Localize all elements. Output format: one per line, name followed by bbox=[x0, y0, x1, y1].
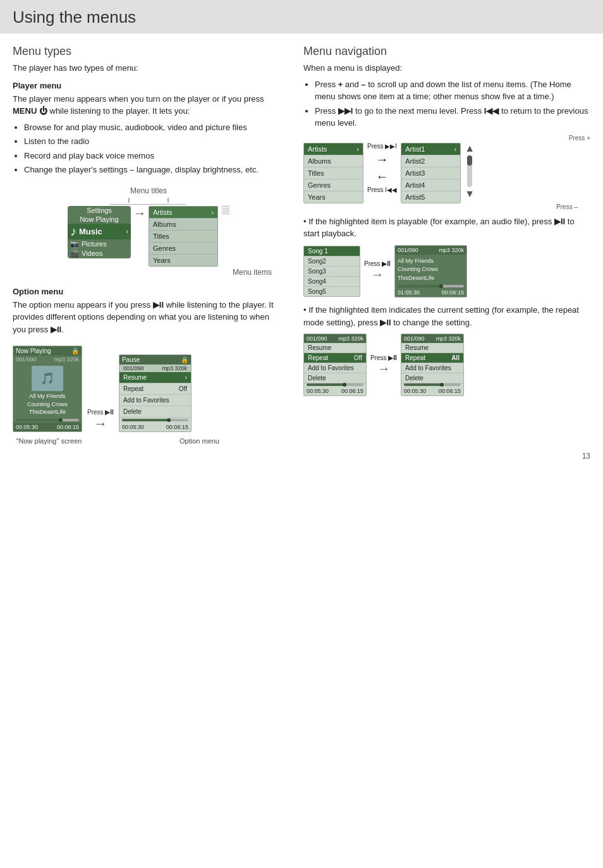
song-1: Song 1 bbox=[304, 246, 360, 256]
page-number: 13 bbox=[0, 445, 603, 467]
now-playing-diagram: Now Playing 🔒 001/090 mp3 320k 🎵 All My … bbox=[13, 346, 82, 432]
nav-left-titles: Titles bbox=[304, 167, 363, 179]
pb-header: 001/090 mp3 320k bbox=[395, 246, 466, 255]
press-play-label: Press ▶II → bbox=[87, 409, 114, 432]
screen-item-nowplaying: Now Playing bbox=[68, 215, 131, 224]
left-column: Menu types The player has two types of m… bbox=[13, 45, 284, 445]
nav-left-genres: Genres bbox=[304, 179, 363, 191]
list-item: Record and play back voice memos bbox=[24, 150, 284, 162]
rep-favorites-after: Add to Favorites bbox=[401, 363, 463, 373]
rep-before-footer: 00:05:30 00:06:15 bbox=[304, 387, 366, 395]
list-item: Listen to the radio bbox=[24, 135, 284, 148]
player-menu-list: Browse for and play music, audiobook, vi… bbox=[24, 121, 284, 176]
now-playing-screen: Now Playing 🔒 001/090 mp3 320k 🎵 All My … bbox=[13, 346, 82, 432]
snp-image-area: 🎵 All My FriendsCounting CrowsThisDesert… bbox=[13, 363, 82, 419]
nav-left-albums: Albums bbox=[304, 155, 363, 167]
pb-footer: 01:05:30 00:06:15 bbox=[395, 289, 466, 297]
page-title: Using the menus bbox=[13, 8, 590, 27]
song-2: Song2 bbox=[304, 256, 360, 267]
menu-types-intro: The player has two types of menu: bbox=[13, 62, 284, 75]
rep-repeat-before: RepeatOff bbox=[304, 353, 366, 363]
right-column: Menu navigation When a menu is displayed… bbox=[303, 45, 590, 445]
screen-item-settings: Settings bbox=[68, 206, 131, 215]
songs-screen: Song 1 Song2 Song3 Song4 Song5 bbox=[303, 246, 360, 297]
opt-footer: 00:05:30 00:06:15 bbox=[119, 423, 191, 431]
nav-item-1: Press + and – to scroll up and down the … bbox=[315, 78, 590, 103]
bracket-lines bbox=[222, 206, 229, 214]
content-area: Menu types The player has two types of m… bbox=[0, 45, 603, 445]
press-play-btn: Press ▶II → bbox=[364, 260, 391, 282]
press-minus-label: Press – bbox=[303, 203, 578, 210]
nav-left-screen: Artists› Albums Titles Genres Years bbox=[303, 143, 363, 203]
option-menu-label: Option menu bbox=[114, 436, 284, 445]
option-screen: Pause 🔒 001/090 mp3 320k Resume› RepeatO… bbox=[119, 354, 192, 432]
nav-right-artist5: Artist5 bbox=[401, 191, 460, 203]
nav-right-artist2: Artist2 bbox=[401, 155, 460, 167]
rep-after-footer: 00:05:30 00:06:15 bbox=[401, 387, 463, 395]
forward-arrow: → bbox=[376, 152, 389, 167]
list-item: Browse for and play music, audiobook, vi… bbox=[24, 121, 284, 134]
setting-note: • If the highlighted item indicates the … bbox=[303, 304, 590, 329]
menu-item-artists: Artists› bbox=[149, 207, 217, 219]
opt-item-resume: Resume› bbox=[119, 372, 191, 383]
press-back-label: Press I◀◀ bbox=[367, 186, 397, 193]
option-diagram: Now Playing 🔒 001/090 mp3 320k 🎵 All My … bbox=[13, 346, 284, 432]
rep-before-progress bbox=[307, 383, 363, 386]
rep-delete-before: Delete bbox=[304, 373, 366, 383]
opt-item-repeat: RepeatOff bbox=[119, 383, 191, 395]
player-screen: Settings Now Playing ♪ Music › 📷Pictures… bbox=[68, 206, 131, 258]
rep-resume-after: Resume bbox=[401, 343, 463, 353]
screen-item-pictures: 📷Pictures bbox=[68, 239, 131, 249]
menu-item-titles: Titles bbox=[149, 231, 217, 243]
snp-songs: All My FriendsCounting CrowsThisDesertLi… bbox=[27, 392, 68, 416]
song-4: Song4 bbox=[304, 277, 360, 287]
nav-right-artist3: Artist3 bbox=[401, 167, 460, 179]
snp-track-row: 001/090 mp3 320k bbox=[13, 356, 82, 363]
list-item: Change the player's settings – language,… bbox=[24, 164, 284, 176]
menu-item-genres: Genres bbox=[149, 243, 217, 255]
pb-content: All My FriendsCounting CrowsThisDesertLi… bbox=[395, 255, 466, 286]
press-play-repeat-btn: Press ▶II → bbox=[370, 354, 397, 376]
opt-header: Pause 🔒 bbox=[119, 355, 191, 365]
playback-diagram: Song 1 Song2 Song3 Song4 Song5 Press ▶II… bbox=[303, 245, 590, 298]
rep-repeat-after: RepeatAll bbox=[401, 353, 463, 363]
nav-left-artists: Artists› bbox=[304, 143, 363, 155]
now-playing-label: "Now playing" screen bbox=[13, 436, 85, 445]
nav-right-artist1: Artist1› bbox=[401, 143, 460, 155]
screen-item-videos: 🎬Videos bbox=[68, 249, 131, 258]
back-arrow: ← bbox=[376, 169, 389, 184]
rep-before-header: 001/090 mp3 320k bbox=[304, 334, 366, 343]
menu-bold: MENU ⏻ bbox=[13, 106, 47, 116]
nav-item-2: Press ▶▶I to go to the next menu level. … bbox=[315, 105, 590, 130]
menu-diagram: Menu titles Settings Now Playing ♪ Music… bbox=[13, 186, 284, 277]
nav-left-years: Years bbox=[304, 191, 363, 203]
opt-item-favorites: Add to Favorites bbox=[119, 395, 191, 406]
song-3: Song3 bbox=[304, 267, 360, 277]
playback-note: • If the highlighted item is playable (f… bbox=[303, 215, 590, 240]
menu-titles-label: Menu titles bbox=[13, 186, 284, 195]
menu-nav-heading: Menu navigation bbox=[303, 45, 590, 58]
snp-footer: 00:05:30 00:06:15 bbox=[13, 423, 82, 431]
nav-arrows-diagram: Artists› Albums Titles Genres Years Pres… bbox=[303, 143, 590, 203]
menu-item-albums: Albums bbox=[149, 219, 217, 231]
snp-progress bbox=[16, 419, 79, 421]
snp-album-art: 🎵 bbox=[32, 366, 63, 391]
page-header: Using the menus bbox=[0, 0, 603, 33]
repeat-diagram: 001/090 mp3 320k Resume RepeatOff Add to… bbox=[303, 334, 590, 396]
press-forward-label: Press ▶▶I bbox=[367, 143, 397, 150]
playback-screen: 001/090 mp3 320k All My FriendsCounting … bbox=[394, 245, 467, 298]
option-menu-desc: The option menu appears if you press ▶II… bbox=[13, 299, 284, 336]
player-menu-desc: The player menu appears when you turn on… bbox=[13, 93, 284, 118]
menu-types-heading: Menu types bbox=[13, 45, 284, 58]
opt-progress bbox=[122, 419, 188, 421]
snp-header: Now Playing 🔒 bbox=[13, 346, 82, 356]
scroll-indicator: ▲ ▼ bbox=[465, 143, 475, 200]
opt-item-delete: Delete bbox=[119, 406, 191, 418]
diagram-labels: "Now playing" screen Option menu bbox=[13, 436, 284, 445]
rep-favorites-before: Add to Favorites bbox=[304, 363, 366, 373]
nav-right-artist4: Artist4 bbox=[401, 179, 460, 191]
rep-after-header: 001/090 mp3 320k bbox=[401, 334, 463, 343]
player-menu-heading: Player menu bbox=[13, 81, 284, 90]
rep-resume-before: Resume bbox=[304, 343, 366, 353]
option-menu-heading: Option menu bbox=[13, 287, 284, 296]
